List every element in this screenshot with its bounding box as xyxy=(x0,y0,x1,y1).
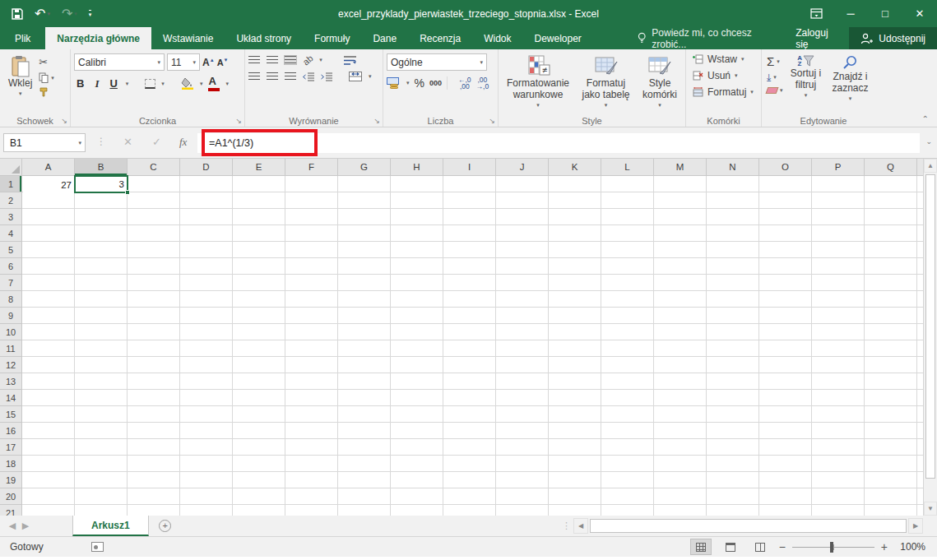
tab-narz-dzia-g-wne[interactable]: Narzędzia główne xyxy=(45,27,151,49)
column-header-q[interactable]: Q xyxy=(865,159,917,176)
underline-button[interactable]: U xyxy=(107,77,119,90)
percent-style-button[interactable]: % xyxy=(415,76,424,90)
share-button[interactable]: Udostępnij xyxy=(849,27,937,49)
page-break-view-button[interactable] xyxy=(749,539,771,555)
row-header-8[interactable]: 8 xyxy=(0,291,22,308)
new-sheet-button[interactable]: + xyxy=(149,516,182,536)
font-dialog-launcher-icon[interactable]: ↘ xyxy=(235,117,242,125)
tab-dane[interactable]: Dane xyxy=(361,27,408,49)
zoom-in-icon[interactable]: + xyxy=(881,542,888,552)
tab-recenzja[interactable]: Recenzja xyxy=(408,27,472,49)
accounting-dropdown-icon[interactable]: ▾ xyxy=(406,80,410,86)
column-header-i[interactable]: I xyxy=(443,159,496,176)
row-header-5[interactable]: 5 xyxy=(0,242,22,258)
active-cell-b1[interactable]: 3 xyxy=(74,175,128,193)
clear-button[interactable]: ▾ xyxy=(767,87,783,94)
delete-cells-button[interactable]: Usuń▾ xyxy=(693,70,758,81)
align-middle-icon[interactable] xyxy=(267,56,278,64)
vertical-scroll-thumb[interactable] xyxy=(925,174,935,479)
fill-color-dropdown-icon[interactable]: ▾ xyxy=(200,81,203,87)
undo-button[interactable]: ↶▾ xyxy=(35,7,50,21)
sheetbar-splitter[interactable]: ⋮ xyxy=(562,521,571,531)
format-cells-button[interactable]: Formatuj▾ xyxy=(693,86,758,98)
bold-button[interactable]: B xyxy=(74,77,86,90)
fill-handle[interactable] xyxy=(125,190,130,195)
column-header-k[interactable]: K xyxy=(549,159,601,176)
find-select-button[interactable]: Znajdź i zaznacz ▾ xyxy=(828,53,874,113)
tab-plik[interactable]: Plik xyxy=(0,27,45,49)
minimize-button[interactable]: ─ xyxy=(833,0,868,27)
tab-deweloper[interactable]: Deweloper xyxy=(523,27,593,49)
column-header-c[interactable]: C xyxy=(128,159,180,176)
increase-font-icon[interactable]: A▲ xyxy=(202,57,215,68)
sheet-tab-arkusz1[interactable]: Arkusz1 xyxy=(72,516,149,536)
row-header-17[interactable]: 17 xyxy=(0,439,22,456)
column-header-m[interactable]: M xyxy=(654,159,707,176)
decrease-font-icon[interactable]: A▼ xyxy=(217,58,229,67)
row-header-7[interactable]: 7 xyxy=(0,275,22,291)
page-layout-view-button[interactable] xyxy=(720,539,741,555)
row-header-1[interactable]: 1 xyxy=(0,176,22,192)
formula-bar-splitter[interactable]: ⋮ xyxy=(96,136,106,147)
scroll-left-icon[interactable]: ◀ xyxy=(573,518,588,534)
format-as-table-button[interactable]: Formatuj jako tabelę ▾ xyxy=(574,53,638,113)
italic-button[interactable]: I xyxy=(92,77,101,90)
tab-widok[interactable]: Widok xyxy=(472,27,522,49)
row-header-19[interactable]: 19 xyxy=(0,472,22,488)
row-header-21[interactable]: 21 xyxy=(0,505,22,516)
row-header-11[interactable]: 11 xyxy=(0,340,22,357)
tell-me-box[interactable]: Powiedz mi, co chcesz zrobić... xyxy=(638,27,782,49)
zoom-slider[interactable] xyxy=(792,547,874,548)
row-header-13[interactable]: 13 xyxy=(0,373,22,390)
align-center-icon[interactable] xyxy=(267,72,278,81)
row-header-15[interactable]: 15 xyxy=(0,406,22,423)
clipboard-dialog-launcher-icon[interactable]: ↘ xyxy=(61,117,67,125)
tab-uk-ad-strony[interactable]: Układ strony xyxy=(225,27,303,49)
underline-dropdown-icon[interactable]: ▾ xyxy=(126,81,129,87)
font-name-combo[interactable]: Calibri▾ xyxy=(74,53,165,71)
cut-button[interactable]: ✂ xyxy=(39,56,54,68)
column-header-n[interactable]: N xyxy=(707,159,759,176)
zoom-level[interactable]: 100% xyxy=(896,541,925,553)
scroll-down-icon[interactable]: ▼ xyxy=(924,502,937,516)
vertical-scrollbar[interactable]: ▲ ▼ xyxy=(923,159,937,516)
row-header-10[interactable]: 10 xyxy=(0,324,22,340)
normal-view-button[interactable] xyxy=(690,539,712,555)
cell-a1[interactable]: 27 xyxy=(23,177,75,192)
autosum-button[interactable]: Σ▾ xyxy=(767,56,783,67)
align-top-icon[interactable] xyxy=(248,56,260,64)
sort-filter-button[interactable]: AZ Sortuj i filtruj ▾ xyxy=(785,53,828,113)
redo-button[interactable]: ↷▾ xyxy=(62,7,77,21)
sign-in-button[interactable]: Zaloguj się xyxy=(782,27,849,49)
column-header-f[interactable]: F xyxy=(285,159,338,176)
paste-button[interactable]: Wklej ▾ xyxy=(3,53,37,113)
name-box[interactable]: B1 ▾ xyxy=(3,133,86,152)
borders-dropdown-icon[interactable]: ▾ xyxy=(161,81,165,87)
decrease-indent-icon[interactable] xyxy=(303,72,314,81)
tab-formu-y[interactable]: Formuły xyxy=(303,27,361,49)
row-header-4[interactable]: 4 xyxy=(0,225,22,242)
merge-dropdown-icon[interactable]: ▾ xyxy=(369,73,372,80)
fill-button[interactable]: ⤓▾ xyxy=(767,72,783,82)
row-header-3[interactable]: 3 xyxy=(0,209,22,225)
orientation-dropdown-icon[interactable]: ▾ xyxy=(319,57,322,63)
column-header-j[interactable]: J xyxy=(496,159,549,176)
row-header-6[interactable]: 6 xyxy=(0,258,22,275)
row-header-2[interactable]: 2 xyxy=(0,192,22,209)
maximize-button[interactable]: □ xyxy=(868,0,902,27)
comma-style-button[interactable]: 000 xyxy=(429,79,442,87)
copy-button[interactable]: ▾ xyxy=(39,72,54,83)
scroll-right-icon[interactable]: ▶ xyxy=(908,518,923,534)
font-color-icon[interactable]: A xyxy=(208,76,220,91)
conditional-formatting-button[interactable]: ≠ Formatowanie warunkowe ▾ xyxy=(502,53,574,113)
horizontal-scrollbar[interactable]: ◀ ▶ xyxy=(573,518,923,534)
format-painter-button[interactable] xyxy=(39,87,54,97)
number-dialog-launcher-icon[interactable]: ↘ xyxy=(489,117,495,125)
number-format-combo[interactable]: Ogólne▾ xyxy=(387,53,487,71)
column-header-l[interactable]: L xyxy=(601,159,654,176)
horizontal-scroll-thumb[interactable] xyxy=(590,519,907,533)
column-header-h[interactable]: H xyxy=(391,159,443,176)
save-icon[interactable] xyxy=(12,8,23,20)
customize-qat-icon[interactable]: ▾ xyxy=(89,10,92,18)
sheet-nav-right-icon[interactable]: ▶ xyxy=(13,516,38,536)
